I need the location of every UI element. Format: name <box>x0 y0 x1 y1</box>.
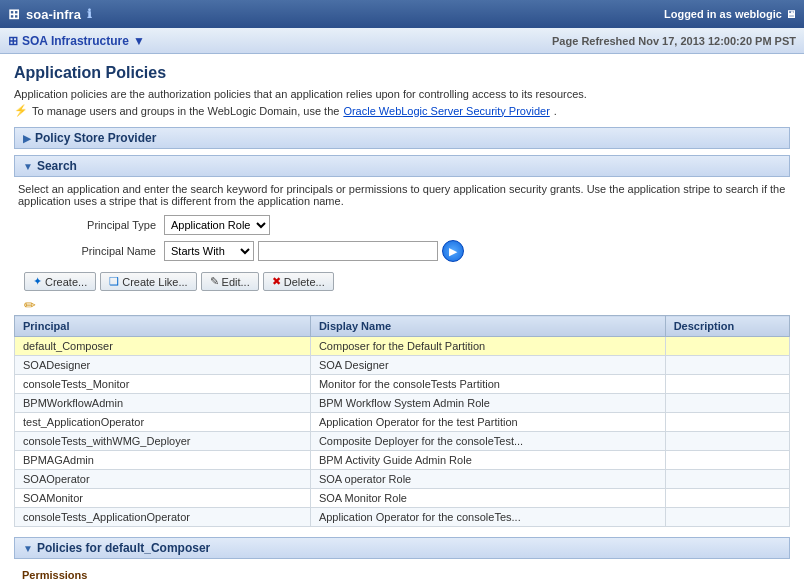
edit-label: Edit... <box>222 276 250 288</box>
main-content: Application Policies Application policie… <box>0 54 804 580</box>
cell-display-name: BPM Activity Guide Admin Role <box>310 451 665 470</box>
page-title: Application Policies <box>14 64 790 82</box>
search-chevron: ▼ <box>23 161 33 172</box>
create-like-button[interactable]: ❑ Create Like... <box>100 272 196 291</box>
page-refreshed-value: Nov 17, 2013 12:00:20 PM PST <box>638 35 796 47</box>
cell-principal: default_Composer <box>15 337 311 356</box>
col-description: Description <box>665 316 789 337</box>
delete-label: Delete... <box>284 276 325 288</box>
policies-section-header[interactable]: ▼ Policies for default_Composer <box>14 537 790 559</box>
delete-button[interactable]: ✖ Delete... <box>263 272 334 291</box>
create-like-icon: ❑ <box>109 275 119 288</box>
principal-name-input[interactable] <box>258 241 438 261</box>
cell-display-name: BPM Workflow System Admin Role <box>310 394 665 413</box>
col-principal: Principal <box>15 316 311 337</box>
cell-description <box>665 432 789 451</box>
principal-name-label: Principal Name <box>54 245 164 257</box>
table-row[interactable]: consoleTests_ApplicationOperatorApplicat… <box>15 508 790 527</box>
cell-description <box>665 489 789 508</box>
policy-store-section-header[interactable]: ▶ Policy Store Provider <box>14 127 790 149</box>
edit-button[interactable]: ✎ Edit... <box>201 272 259 291</box>
cell-principal: SOAMonitor <box>15 489 311 508</box>
table-row[interactable]: consoleTests_withWMG_DeployerComposite D… <box>15 432 790 451</box>
pencil-icon: ✏ <box>24 297 36 313</box>
search-section: ▼ Search Select an application and enter… <box>14 155 790 262</box>
nav-label[interactable]: SOA Infrastructure <box>22 34 129 48</box>
cell-description <box>665 508 789 527</box>
search-label: Search <box>37 159 77 173</box>
cell-description <box>665 337 789 356</box>
delete-icon: ✖ <box>272 275 281 288</box>
search-description: Select an application and enter the sear… <box>14 183 790 207</box>
cell-principal: test_ApplicationOperator <box>15 413 311 432</box>
principal-type-row: Principal Type Application Role Principa… <box>14 215 790 235</box>
cell-display-name: Application Operator for the test Partit… <box>310 413 665 432</box>
cell-principal: BPMAGAdmin <box>15 451 311 470</box>
create-button[interactable]: ✦ Create... <box>24 272 96 291</box>
cell-description <box>665 394 789 413</box>
table-row[interactable]: SOADesignerSOA Designer <box>15 356 790 375</box>
info-icon[interactable]: ℹ <box>87 7 92 21</box>
app-name[interactable]: soa-infra <box>26 7 81 22</box>
create-label: Create... <box>45 276 87 288</box>
table-header-row: Principal Display Name Description <box>15 316 790 337</box>
create-icon: ✦ <box>33 275 42 288</box>
table-row[interactable]: consoleTests_MonitorMonitor for the cons… <box>15 375 790 394</box>
search-section-header[interactable]: ▼ Search <box>14 155 790 177</box>
principals-table-body: default_ComposerComposer for the Default… <box>15 337 790 527</box>
cell-display-name: SOA Monitor Role <box>310 489 665 508</box>
principal-name-row: Principal Name Starts With Equals ▶ <box>14 240 790 262</box>
toolbar: ✦ Create... ❑ Create Like... ✎ Edit... ✖… <box>14 272 790 291</box>
cell-display-name: Monitor for the consoleTests Partition <box>310 375 665 394</box>
policy-store-chevron: ▶ <box>23 133 31 144</box>
edit-icon: ✎ <box>210 275 219 288</box>
cell-principal: consoleTests_withWMG_Deployer <box>15 432 311 451</box>
weblogic-security-link[interactable]: Oracle WebLogic Server Security Provider <box>343 105 549 117</box>
table-row[interactable]: BPMWorkflowAdminBPM Workflow System Admi… <box>15 394 790 413</box>
policies-title-text: Policies for default_Composer <box>37 541 210 555</box>
link-prefix: To manage users and groups in the WebLog… <box>32 105 339 117</box>
header-nav-bar: ⊞ SOA Infrastructure ▼ Page Refreshed No… <box>0 28 804 54</box>
app-grid-icon: ⊞ <box>8 6 20 22</box>
cell-display-name: Application Operator for the consoleTes.… <box>310 508 665 527</box>
col-display-name: Display Name <box>310 316 665 337</box>
table-row[interactable]: SOAOperatorSOA operator Role <box>15 470 790 489</box>
principal-type-control: Application Role Principal Permission <box>164 215 270 235</box>
principal-type-select[interactable]: Application Role Principal Permission <box>164 215 270 235</box>
table-row[interactable]: BPMAGAdminBPM Activity Guide Admin Role <box>15 451 790 470</box>
cell-principal: consoleTests_Monitor <box>15 375 311 394</box>
table-row[interactable]: test_ApplicationOperatorApplication Oper… <box>15 413 790 432</box>
nav-dropdown-icon[interactable]: ▼ <box>133 34 145 48</box>
principal-name-control: Starts With Equals ▶ <box>164 240 464 262</box>
search-go-button[interactable]: ▶ <box>442 240 464 262</box>
cell-principal: SOADesigner <box>15 356 311 375</box>
nav-left[interactable]: ⊞ SOA Infrastructure ▼ <box>8 34 145 48</box>
header-top-bar: ⊞ soa-infra ℹ Logged in as weblogic 🖥 <box>0 0 804 28</box>
principal-type-label: Principal Type <box>54 219 164 231</box>
nav-grid-icon: ⊞ <box>8 34 18 48</box>
cell-display-name: SOA Designer <box>310 356 665 375</box>
cell-description <box>665 375 789 394</box>
cell-principal: BPMWorkflowAdmin <box>15 394 311 413</box>
policies-section: ▼ Policies for default_Composer Permissi… <box>14 537 790 580</box>
logged-in-label: Logged in as <box>664 8 732 20</box>
cell-description <box>665 451 789 470</box>
create-like-label: Create Like... <box>122 276 187 288</box>
policies-chevron: ▼ <box>23 543 33 554</box>
table-row[interactable]: SOAMonitorSOA Monitor Role <box>15 489 790 508</box>
page-description: Application policies are the authorizati… <box>14 88 790 100</box>
principal-name-operator-select[interactable]: Starts With Equals <box>164 241 254 261</box>
permissions-label: Permissions <box>14 565 790 580</box>
username: weblogic <box>735 8 782 20</box>
app-title-area: ⊞ soa-infra ℹ <box>8 6 92 22</box>
cell-description <box>665 470 789 489</box>
cell-principal: SOAOperator <box>15 470 311 489</box>
policy-store-label: Policy Store Provider <box>35 131 156 145</box>
cell-principal: consoleTests_ApplicationOperator <box>15 508 311 527</box>
principals-table: Principal Display Name Description defau… <box>14 315 790 527</box>
user-icon: 🖥 <box>785 8 796 20</box>
link-suffix: . <box>554 105 557 117</box>
nav-right: Page Refreshed Nov 17, 2013 12:00:20 PM … <box>552 35 796 47</box>
login-info: Logged in as weblogic 🖥 <box>664 8 796 20</box>
table-row[interactable]: default_ComposerComposer for the Default… <box>15 337 790 356</box>
